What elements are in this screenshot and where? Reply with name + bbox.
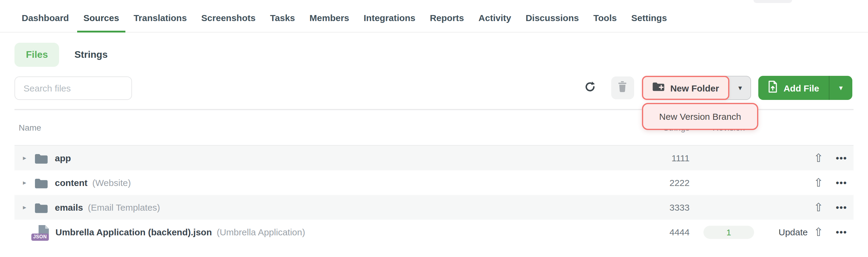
table-row[interactable]: ▸ app 1111 ⇧ ••• xyxy=(14,146,854,170)
nav-tab-settings[interactable]: Settings xyxy=(625,0,673,32)
nav-tab-tools[interactable]: Tools xyxy=(587,0,623,32)
table-row[interactable]: ▸ content (Website) 2222 ⇧ ••• xyxy=(14,170,854,195)
folder-icon xyxy=(34,202,48,213)
table-row[interactable]: ▸ emails (Email Templates) 3333 ⇧ ••• xyxy=(14,195,854,220)
nav-tab-sources[interactable]: Sources xyxy=(78,0,125,32)
nav-tab-discussions[interactable]: Discussions xyxy=(520,0,585,32)
expand-caret-icon[interactable]: ▸ xyxy=(23,179,30,186)
delete-button[interactable] xyxy=(611,76,634,99)
more-actions-icon[interactable]: ••• xyxy=(830,227,854,236)
refresh-button[interactable] xyxy=(584,76,597,100)
folder-note: (Website) xyxy=(92,178,131,188)
refresh-icon xyxy=(584,81,596,95)
folder-plus-icon xyxy=(652,82,664,94)
strings-count: 4444 xyxy=(635,227,689,237)
view-toggle: Files Strings xyxy=(14,43,107,67)
table-row[interactable]: JSON Umbrella Application (backend).json… xyxy=(14,220,854,244)
add-file-dropdown-toggle[interactable]: ▾ xyxy=(829,76,852,100)
upload-icon[interactable]: ⇧ xyxy=(808,226,830,238)
file-name: Umbrella Application (backend).json xyxy=(56,227,212,237)
upload-icon[interactable]: ⇧ xyxy=(808,152,830,164)
file-note: (Umbrella Application) xyxy=(217,227,305,237)
strings-count: 2222 xyxy=(635,178,689,188)
column-header-name: Name xyxy=(14,123,635,133)
more-actions-icon[interactable]: ••• xyxy=(830,203,854,212)
json-file-icon: JSON xyxy=(35,225,49,239)
new-folder-button[interactable]: New Folder xyxy=(642,76,730,100)
trash-icon xyxy=(618,81,627,95)
nav-tab-members[interactable]: Members xyxy=(304,0,355,32)
nav-tab-dashboard[interactable]: Dashboard xyxy=(16,0,75,32)
new-folder-label: New Folder xyxy=(670,83,719,93)
expand-caret-icon[interactable]: ▸ xyxy=(23,155,30,161)
upload-icon[interactable]: ⇧ xyxy=(808,177,830,188)
toolbar: New Folder ▾ Add File ▾ xyxy=(584,76,852,100)
nav-tab-reports[interactable]: Reports xyxy=(424,0,470,32)
file-add-icon xyxy=(768,81,778,95)
expand-caret-icon[interactable]: ▸ xyxy=(23,204,30,211)
page: Dashboard Sources Translations Screensho… xyxy=(0,0,868,257)
strings-count: 1111 xyxy=(635,153,689,163)
add-file-label: Add File xyxy=(784,83,819,93)
tab-files[interactable]: Files xyxy=(14,43,59,67)
folder-name: app xyxy=(55,153,71,163)
project-nav: Dashboard Sources Translations Screensho… xyxy=(0,0,868,33)
update-link[interactable]: Update xyxy=(768,227,808,237)
upload-icon[interactable]: ⇧ xyxy=(808,201,830,213)
folder-icon xyxy=(34,153,48,163)
nav-tab-tasks[interactable]: Tasks xyxy=(264,0,301,32)
chevron-down-icon: ▾ xyxy=(839,84,843,92)
chevron-down-icon: ▾ xyxy=(738,84,742,92)
strings-count: 3333 xyxy=(635,202,689,213)
search-input[interactable] xyxy=(14,76,132,100)
more-actions-icon[interactable]: ••• xyxy=(830,178,854,187)
folder-icon xyxy=(34,177,48,188)
new-folder-split-button: New Folder ▾ xyxy=(642,76,751,100)
nav-tab-screenshots[interactable]: Screenshots xyxy=(195,0,261,32)
more-actions-icon[interactable]: ••• xyxy=(830,153,854,162)
folder-name: content xyxy=(55,178,87,188)
tab-strings[interactable]: Strings xyxy=(74,49,107,60)
folder-note: (Email Templates) xyxy=(88,202,160,213)
folder-name: emails xyxy=(55,202,83,213)
files-table: Name Strings Revision ▸ app 1111 ⇧ ••• ▸ xyxy=(14,110,854,244)
json-badge: JSON xyxy=(31,233,49,241)
revision-badge: 1 xyxy=(704,225,754,238)
menu-item-new-version-branch[interactable]: New Version Branch xyxy=(642,103,758,130)
add-file-split-button: Add File ▾ xyxy=(758,76,852,100)
nav-tab-activity[interactable]: Activity xyxy=(472,0,517,32)
add-file-button[interactable]: Add File xyxy=(758,76,829,100)
nav-tab-translations[interactable]: Translations xyxy=(127,0,193,32)
nav-tab-integrations[interactable]: Integrations xyxy=(358,0,422,32)
